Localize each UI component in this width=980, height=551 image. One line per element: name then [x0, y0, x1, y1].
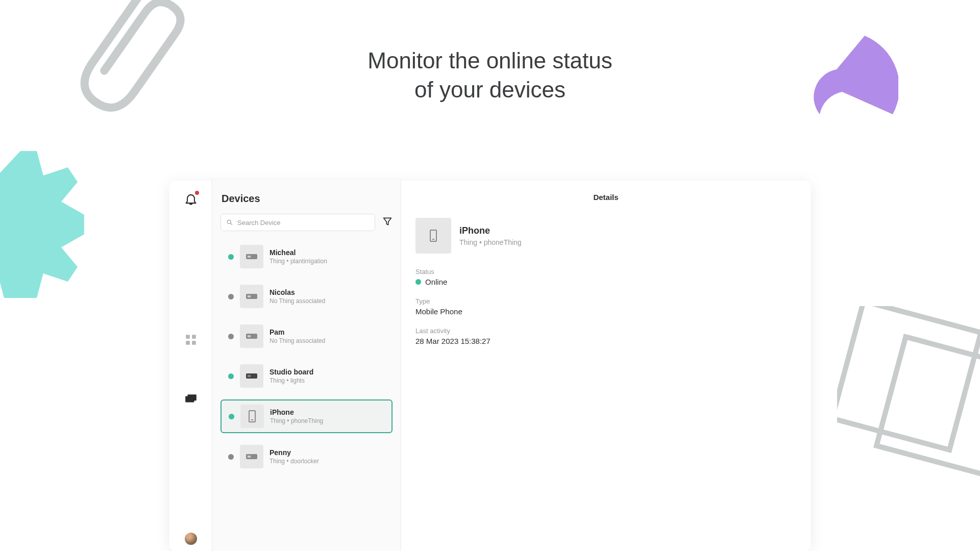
decorative-squares [837, 306, 980, 480]
device-text: Studio boardThing • lights [270, 368, 313, 384]
details-panel: Details iPhone Thing • phoneThing Status… [401, 181, 811, 551]
search-input[interactable] [237, 219, 370, 227]
app-window: Devices MichealThing • plantirrigationNi… [169, 181, 811, 551]
headline-line-2: of your devices [368, 75, 612, 104]
nav-dashboard[interactable] [184, 333, 198, 348]
phone-icon [249, 410, 256, 422]
nav-rail [169, 181, 212, 551]
svg-rect-4 [186, 341, 190, 345]
device-thumb [240, 445, 263, 468]
device-text: PamNo Thing associated [270, 328, 325, 344]
status-dot-icon [228, 373, 234, 379]
device-thumb [240, 405, 264, 428]
search-box[interactable] [220, 214, 375, 231]
grid-icon [184, 333, 198, 346]
device-name: Penny [270, 448, 319, 457]
phone-icon [430, 230, 437, 242]
device-item[interactable]: NicolasNo Thing associated [220, 280, 393, 313]
device-sub: Thing • phoneThing [270, 417, 323, 424]
device-name: Nicolas [270, 288, 325, 296]
last-activity-value: 28 Mar 2023 15:38:27 [415, 337, 796, 345]
filter-icon [382, 216, 393, 227]
field-status: Status Online [415, 268, 796, 286]
details-tab[interactable]: Details [415, 193, 796, 202]
device-thumb [240, 245, 263, 268]
type-label: Type [415, 297, 796, 305]
last-activity-label: Last activity [415, 327, 796, 335]
field-type: Type Mobile Phone [415, 297, 796, 316]
details-header: iPhone Thing • phoneThing [415, 218, 796, 254]
device-thumb [240, 364, 263, 388]
devices-panel: Devices MichealThing • plantirrigationNi… [212, 181, 401, 551]
device-item[interactable]: Studio boardThing • lights [220, 360, 393, 392]
field-last-activity: Last activity 28 Mar 2023 15:38:27 [415, 327, 796, 345]
device-list: MichealThing • plantirrigationNicolasNo … [220, 240, 393, 473]
device-sub: Thing • lights [270, 377, 313, 384]
device-item[interactable]: PamNo Thing associated [220, 320, 393, 353]
devices-panel-title: Devices [222, 193, 393, 205]
notifications-button[interactable] [184, 192, 198, 208]
device-name: iPhone [270, 408, 323, 416]
svg-rect-1 [876, 337, 980, 475]
device-text: PennyThing • doorlocker [270, 448, 319, 465]
device-thumb [240, 285, 263, 308]
details-device-name: iPhone [459, 226, 522, 236]
status-dot-icon [228, 334, 234, 339]
type-value: Mobile Phone [415, 307, 796, 316]
device-item[interactable]: MichealThing • plantirrigation [220, 240, 393, 273]
device-name: Micheal [270, 248, 327, 257]
chip-icon [246, 254, 257, 259]
svg-line-9 [231, 223, 232, 225]
status-dot-icon [228, 294, 234, 299]
details-device-thumb [415, 218, 451, 254]
details-device-sub: Thing • phoneThing [459, 238, 522, 246]
user-avatar[interactable] [185, 533, 197, 545]
svg-rect-0 [837, 306, 980, 450]
device-sub: Thing • plantirrigation [270, 258, 327, 265]
device-name: Pam [270, 328, 325, 336]
device-item[interactable]: iPhoneThing • phoneThing [220, 399, 393, 433]
device-sub: No Thing associated [270, 297, 325, 305]
status-dot-icon [228, 454, 234, 460]
chip-icon [246, 454, 257, 459]
svg-rect-3 [192, 335, 196, 339]
search-icon [226, 219, 233, 226]
filter-button[interactable] [382, 216, 393, 229]
device-text: MichealThing • plantirrigation [270, 248, 327, 265]
decorative-purple-shape [786, 36, 898, 153]
status-indicator-icon [415, 279, 421, 285]
device-item[interactable]: PennyThing • doorlocker [220, 440, 393, 473]
device-sub: Thing • doorlocker [270, 458, 319, 465]
status-value: Online [425, 278, 447, 286]
device-sub: No Thing associated [270, 337, 325, 344]
headline-line-1: Monitor the online status [368, 46, 612, 75]
page-headline: Monitor the online status of your device… [368, 46, 612, 104]
svg-rect-5 [192, 341, 196, 345]
devices-icon [184, 392, 198, 406]
device-text: iPhoneThing • phoneThing [270, 408, 323, 424]
device-name: Studio board [270, 368, 313, 376]
notification-badge [195, 191, 199, 195]
status-dot-icon [228, 254, 234, 260]
status-dot-icon [229, 414, 234, 419]
svg-rect-2 [186, 335, 190, 339]
status-label: Status [415, 268, 796, 276]
device-thumb [240, 324, 263, 348]
svg-rect-7 [187, 394, 196, 400]
chip-icon [246, 294, 257, 299]
decorative-paperclip [50, 0, 215, 129]
chip-icon [246, 373, 257, 379]
decorative-teal-gear [0, 143, 102, 327]
device-text: NicolasNo Thing associated [270, 288, 325, 305]
nav-devices[interactable] [184, 392, 198, 408]
chip-icon [246, 334, 257, 339]
svg-point-8 [227, 220, 231, 223]
